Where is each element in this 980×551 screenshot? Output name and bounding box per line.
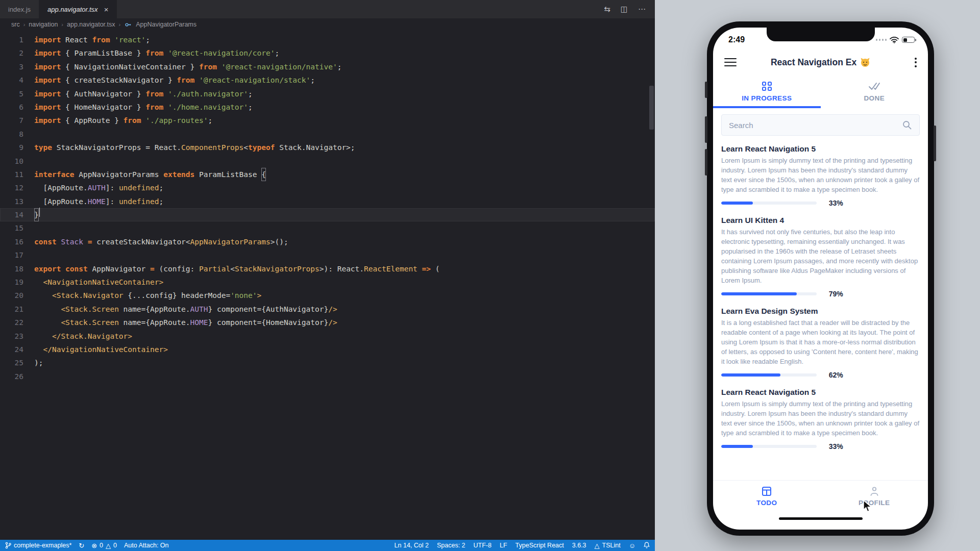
tab-app-navigator-tsx[interactable]: app.navigator.tsx × — [39, 0, 117, 18]
overflow-menu-icon[interactable] — [915, 58, 917, 67]
line-number: 5 — [0, 87, 34, 101]
line-number: 15 — [0, 221, 34, 235]
problems-item[interactable]: ⊗ 0 △ 0 — [91, 542, 117, 549]
code-line-1[interactable]: 1import React from 'react'; — [0, 33, 655, 46]
code-line-20[interactable]: 20 <Stack.Navigator {...config} headerMo… — [0, 289, 655, 302]
cat-emoji-icon — [860, 57, 870, 67]
home-indicator[interactable] — [779, 517, 863, 520]
code-line-23[interactable]: 23 </Stack.Navigator> — [0, 330, 655, 343]
code-line-13[interactable]: 13 [AppRoute.HOME]: undefined; — [0, 195, 655, 208]
code-line-19[interactable]: 19 <NavigationNativeContainer> — [0, 276, 655, 289]
git-branch-icon — [5, 542, 11, 549]
tab-label: app.navigator.tsx — [47, 6, 98, 13]
sync-item[interactable]: ↻ — [79, 542, 84, 549]
code-line-16[interactable]: 16const Stack = createStackNavigator<App… — [0, 235, 655, 248]
code-line-8[interactable]: 8 — [0, 128, 655, 141]
line-number: 18 — [0, 262, 34, 276]
more-actions-icon[interactable]: ⋯ — [638, 5, 646, 14]
toggle-changes-icon[interactable]: ⇆ — [604, 5, 610, 14]
task-item-1[interactable]: Learn React Navigation 5Lorem Ipsum is s… — [713, 140, 928, 211]
code-line-18[interactable]: 18export const AppNavigator = (config: P… — [0, 262, 655, 276]
language-item[interactable]: TypeScript React — [516, 542, 564, 549]
code-line-10[interactable]: 10 — [0, 155, 655, 168]
version-item[interactable]: 3.6.3 — [572, 542, 586, 549]
code-line-9[interactable]: 9type StackNavigatorProps = React.Compon… — [0, 141, 655, 154]
breadcrumb-file[interactable]: app.navigator.tsx — [67, 21, 115, 28]
task-list: Learn React Navigation 5Lorem Ipsum is s… — [713, 140, 928, 480]
editor-scrollbar[interactable] — [649, 86, 654, 130]
code-line-2[interactable]: 2import { ParamListBase } from '@react-n… — [0, 46, 655, 60]
task-progress: 33% — [721, 442, 920, 450]
phone-device: 2:49 React Navigation Ex IN PROG — [707, 21, 934, 536]
code-line-17[interactable]: 17 — [0, 248, 655, 262]
task-title: Learn Eva Design System — [721, 307, 920, 316]
task-title: Learn React Navigation 5 — [721, 388, 920, 397]
notifications-bell-icon[interactable] — [644, 542, 650, 549]
code-line-22[interactable]: 22 <Stack.Screen name={AppRoute.HOME} co… — [0, 316, 655, 329]
line-number: 11 — [0, 168, 34, 181]
cellular-signal-icon — [876, 39, 887, 41]
bottom-tab-bar: TODO PROFILE — [713, 481, 928, 511]
breadcrumb-navigation[interactable]: navigation — [29, 21, 58, 28]
code-editor[interactable]: 1import React from 'react';2import { Par… — [0, 31, 655, 540]
progress-fill — [721, 373, 780, 377]
menu-hamburger-icon[interactable] — [724, 58, 737, 67]
code-line-4[interactable]: 4import { createStackNavigator } from '@… — [0, 73, 655, 87]
line-number: 20 — [0, 289, 34, 302]
task-description: Lorem Ipsum is simply dummy text of the … — [721, 399, 920, 438]
bottom-tab-profile[interactable]: PROFILE — [821, 486, 928, 507]
code-line-3[interactable]: 3import { NavigationNativeContainer } fr… — [0, 60, 655, 73]
task-progress: 33% — [721, 199, 920, 207]
code-line-26[interactable]: 26 — [0, 370, 655, 383]
code-line-25[interactable]: 25); — [0, 356, 655, 369]
volume-down-button — [705, 149, 707, 176]
code-line-21[interactable]: 21 <Stack.Screen name={AppRoute.AUTH} co… — [0, 303, 655, 316]
git-branch-item[interactable]: complete-exmaples* — [5, 542, 71, 549]
breadcrumb-symbol[interactable]: AppNavigatorParams — [136, 21, 197, 28]
line-number: 25 — [0, 356, 34, 369]
line-number: 8 — [0, 128, 34, 141]
code-line-11[interactable]: 11interface AppNavigatorParams extends P… — [0, 168, 655, 181]
task-description: Lorem Ipsum is simply dummy text of the … — [721, 156, 920, 194]
code-line-7[interactable]: 7import { AppRoute } from './app-routes'… — [0, 114, 655, 127]
search-input[interactable]: Search — [721, 114, 920, 136]
code-line-12[interactable]: 12 [AppRoute.AUTH]: undefined; — [0, 181, 655, 194]
phone-notch — [767, 28, 875, 41]
tslint-item[interactable]: △ TSLint — [595, 542, 621, 549]
split-editor-icon[interactable]: ◫ — [621, 5, 628, 14]
code-line-24[interactable]: 24 </NavigationNativeContainer> — [0, 343, 655, 356]
line-number: 4 — [0, 73, 34, 87]
search-placeholder: Search — [729, 121, 753, 130]
close-tab-icon[interactable]: × — [104, 6, 109, 13]
task-item-3[interactable]: Learn Eva Design SystemIt is a long esta… — [713, 302, 928, 383]
line-number: 14 — [0, 208, 34, 221]
indentation-item[interactable]: Spaces: 2 — [437, 542, 465, 549]
code-line-6[interactable]: 6import { HomeNavigator } from './home.n… — [0, 101, 655, 114]
task-item-2[interactable]: Learn UI Kitten 4It has survived not onl… — [713, 211, 928, 302]
line-number: 17 — [0, 248, 34, 262]
battery-icon — [902, 37, 915, 43]
line-number: 24 — [0, 343, 34, 356]
eol-item[interactable]: LF — [500, 542, 507, 549]
breadcrumb-separator: › — [119, 21, 121, 28]
tab-index-js[interactable]: index.js — [0, 0, 39, 18]
tab-in-progress[interactable]: IN PROGRESS — [713, 76, 821, 108]
feedback-smiley-icon[interactable]: ☺ — [629, 542, 635, 549]
task-item-4[interactable]: Learn React Navigation 5Lorem Ipsum is s… — [713, 383, 928, 455]
code-line-15[interactable]: 15 — [0, 221, 655, 235]
line-number: 10 — [0, 155, 34, 168]
auto-attach-label: Auto Attach: On — [124, 542, 169, 549]
encoding-item[interactable]: UTF-8 — [474, 542, 492, 549]
code-line-14[interactable]: 14} — [0, 208, 655, 221]
branch-name: complete-exmaples* — [14, 542, 71, 549]
bottom-tab-todo[interactable]: TODO — [713, 486, 821, 507]
search-icon — [902, 120, 912, 130]
task-progress: 79% — [721, 290, 920, 298]
line-number: 9 — [0, 141, 34, 154]
tab-done[interactable]: DONE — [821, 76, 928, 108]
cursor-position-item[interactable]: Ln 14, Col 2 — [395, 542, 429, 549]
breadcrumb-separator: › — [61, 21, 63, 28]
breadcrumb-src[interactable]: src — [11, 21, 20, 28]
auto-attach-item[interactable]: Auto Attach: On — [124, 542, 169, 549]
code-line-5[interactable]: 5import { AuthNavigator } from './auth.n… — [0, 87, 655, 101]
